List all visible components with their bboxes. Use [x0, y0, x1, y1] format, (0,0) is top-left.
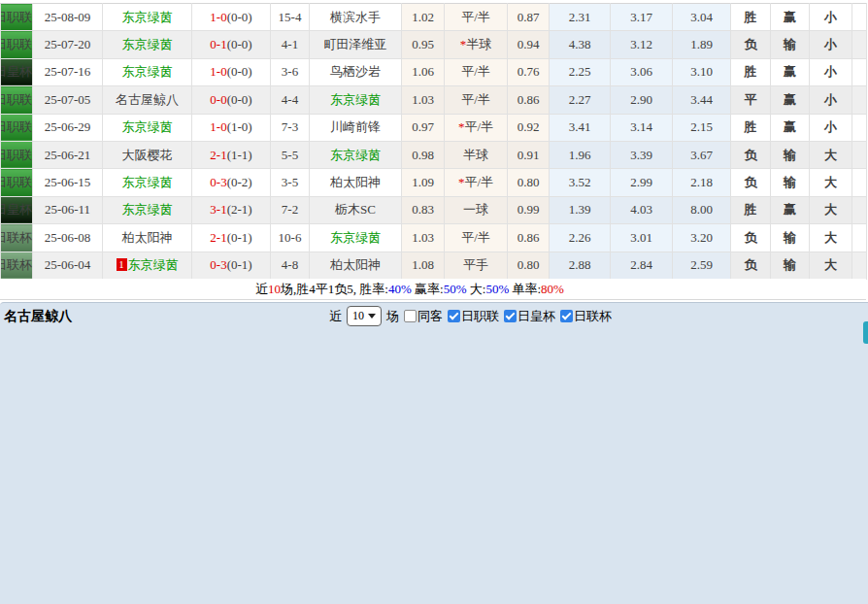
- corners: 3-5: [271, 169, 310, 196]
- cut-column: [852, 141, 867, 168]
- corners: 3-6: [271, 58, 310, 85]
- result-goals: 大: [810, 196, 852, 223]
- away-odds: 0.80: [508, 169, 550, 196]
- away-odds: 0.92: [508, 114, 550, 141]
- handicap: 平/半: [445, 86, 508, 114]
- home-team: 东京绿茵: [103, 58, 192, 85]
- result-wdl: 负: [731, 141, 771, 168]
- summary-segment: 大:: [467, 282, 486, 296]
- match-row: 日皇杯 25-07-16 东京绿茵 1-0(0-0) 3-6 鸟栖沙岩 1.06…: [1, 58, 867, 85]
- home-odds: 1.02: [402, 4, 445, 31]
- league-filter-checkbox[interactable]: [504, 310, 517, 322]
- summary-segment: 场,胜4平1负5, 胜率:: [281, 282, 388, 296]
- result-handicap: 输: [771, 31, 810, 58]
- away-odds: 0.87: [508, 4, 550, 31]
- home-team: 东京绿茵: [103, 196, 192, 223]
- result-handicap: 输: [771, 169, 810, 196]
- euro-away-odds: 3.04: [673, 4, 731, 31]
- match-date: 25-06-21: [33, 141, 103, 168]
- result-handicap: 赢: [771, 4, 810, 31]
- match-date: 25-06-15: [33, 169, 103, 196]
- home-team: 大阪樱花: [103, 141, 192, 168]
- team2-title-row: 名古屋鲸八 近 10 场 同客 日职联日皇杯日联杯: [0, 303, 868, 328]
- changed-odds-star: *: [460, 37, 467, 51]
- euro-home-odds: 3.52: [550, 169, 611, 196]
- scrollbar-thumb[interactable]: [863, 321, 868, 344]
- league-badge: 日联杯: [1, 224, 33, 252]
- games-count-select[interactable]: 10: [347, 306, 382, 326]
- euro-draw-odds: 2.99: [611, 169, 673, 196]
- league-badge: 日职联: [1, 169, 33, 196]
- match-row: 日职联 25-06-21 大阪樱花 2-1(1-1) 5-5 东京绿茵 0.98…: [1, 141, 867, 168]
- team1-history-table: 日职联 25-08-09 东京绿茵 1-0(0-0) 15-4 横滨水手 1.0…: [0, 3, 867, 280]
- result-handicap: 赢: [771, 196, 810, 223]
- score: 2-1(0-1): [192, 224, 271, 252]
- same-opponent-checkbox[interactable]: [404, 310, 417, 322]
- match-row: 日职联 25-07-20 东京绿茵 0-1(0-0) 4-1 町田泽维亚 0.9…: [1, 31, 867, 58]
- red-card-badge: 1: [117, 258, 127, 271]
- handicap: 平/半: [445, 4, 508, 31]
- result-goals: 小: [810, 114, 852, 141]
- away-odds: 0.86: [508, 86, 550, 114]
- home-odds: 1.06: [402, 58, 445, 85]
- match-date: 25-07-05: [33, 86, 103, 114]
- away-odds: 0.94: [508, 31, 550, 58]
- home-team: 柏太阳神: [103, 224, 192, 252]
- corners: 10-6: [271, 224, 310, 252]
- match-date: 25-07-16: [33, 58, 103, 85]
- match-date: 25-06-08: [33, 224, 103, 252]
- summary-segment: 50%: [485, 282, 509, 296]
- match-row: 日联杯 25-06-08 柏太阳神 2-1(0-1) 10-6 东京绿茵 1.0…: [1, 224, 867, 252]
- league-filter-checkbox[interactable]: [560, 310, 573, 322]
- score: 0-3(0-2): [192, 169, 271, 196]
- cut-column: [852, 58, 867, 85]
- result-goals: 小: [810, 58, 852, 85]
- handicap: 半球: [445, 141, 508, 168]
- score: 1-0(0-0): [192, 4, 271, 31]
- result-goals: 小: [810, 86, 852, 114]
- euro-away-odds: 3.67: [673, 141, 731, 168]
- euro-home-odds: 1.39: [550, 196, 611, 223]
- league-badge: 日职联: [1, 4, 33, 31]
- euro-draw-odds: 3.01: [611, 224, 673, 252]
- match-row: 日职联 25-06-29 东京绿茵 1-0(1-0) 7-3 川崎前锋 0.97…: [1, 114, 867, 141]
- home-team: 东京绿茵: [103, 114, 192, 141]
- match-date: 25-06-11: [33, 196, 103, 223]
- away-team: 町田泽维亚: [310, 31, 402, 58]
- league-badge: 日联杯: [1, 252, 33, 279]
- summary-segment: 近: [255, 282, 268, 296]
- match-date: 25-08-09: [33, 4, 103, 31]
- euro-away-odds: 3.44: [673, 86, 731, 114]
- euro-home-odds: 4.38: [550, 31, 611, 58]
- away-team: 横滨水手: [310, 4, 402, 31]
- euro-draw-odds: 3.06: [611, 58, 673, 85]
- league-filter-label: 日联杯: [574, 308, 612, 325]
- result-handicap: 输: [771, 141, 810, 168]
- away-team: 东京绿茵: [310, 141, 402, 168]
- euro-draw-odds: 2.90: [611, 86, 673, 114]
- result-wdl: 胜: [731, 114, 771, 141]
- euro-away-odds: 1.89: [673, 31, 731, 58]
- home-odds: 1.03: [402, 224, 445, 252]
- league-filter-checkbox[interactable]: [448, 310, 460, 322]
- home-odds: 1.09: [402, 169, 445, 196]
- away-team: 柏太阳神: [310, 169, 402, 196]
- match-date: 25-07-20: [33, 31, 103, 58]
- league-badge: 日职联: [1, 141, 33, 168]
- result-wdl: 负: [731, 169, 771, 196]
- league-filter-label: 日皇杯: [517, 308, 555, 325]
- away-odds: 0.80: [508, 252, 550, 279]
- result-handicap: 输: [771, 252, 810, 279]
- cut-column: [852, 252, 867, 279]
- match-row: 日皇杯 25-06-11 东京绿茵 3-1(2-1) 7-2 栃木SC 0.83…: [1, 196, 867, 223]
- corners: 7-2: [271, 196, 310, 223]
- home-odds: 0.95: [402, 31, 445, 58]
- away-odds: 0.91: [508, 141, 550, 168]
- home-odds: 1.03: [402, 86, 445, 114]
- handicap: 平手: [445, 252, 508, 279]
- league-filter-label: 日职联: [461, 308, 499, 325]
- cut-column: [852, 114, 867, 141]
- score: 2-1(1-1): [192, 141, 271, 168]
- team1-summary-line: 近10场,胜4平1负5, 胜率:40% 赢率:50% 大:50% 单率:80%: [0, 279, 866, 300]
- result-goals: 大: [810, 224, 852, 252]
